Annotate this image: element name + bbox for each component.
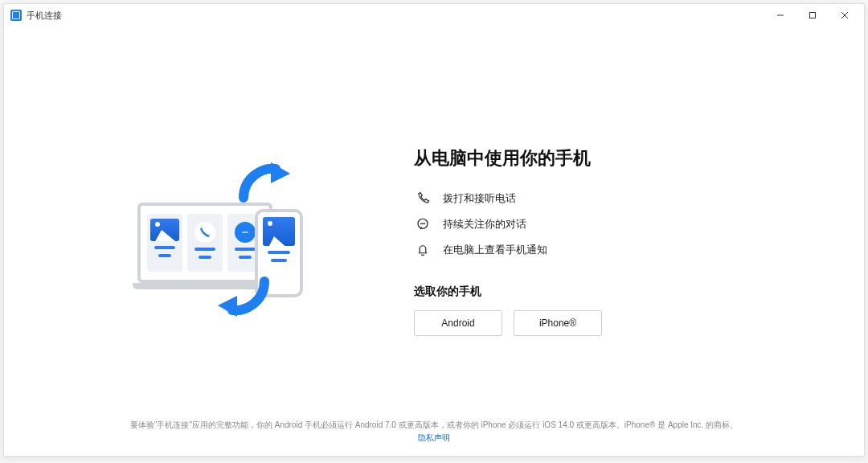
chat-icon	[414, 217, 432, 232]
feature-messages: 持续关注你的对话	[414, 217, 547, 232]
feature-label: 持续关注你的对话	[443, 217, 526, 232]
feature-calls: 拨打和接听电话	[414, 191, 547, 206]
close-button[interactable]	[829, 6, 861, 25]
svg-point-3	[247, 232, 248, 233]
sync-arrow-top-icon	[239, 162, 295, 207]
hero-illustration	[133, 169, 317, 313]
phone-icon	[414, 191, 432, 206]
main-content: 从电脑中使用你的手机 拨打和接听电话 持续关注你的对话	[4, 27, 864, 456]
app-window: 手机连接	[3, 3, 865, 457]
feature-notifications: 在电脑上查看手机通知	[414, 243, 547, 257]
headline: 从电脑中使用你的手机	[414, 146, 591, 170]
svg-rect-0	[810, 13, 816, 18]
svg-point-2	[244, 232, 246, 233]
photos-tile-icon	[147, 214, 182, 272]
android-button[interactable]: Android	[414, 310, 502, 336]
svg-point-1	[242, 232, 244, 233]
feature-label: 在电脑上查看手机通知	[443, 243, 547, 257]
svg-point-6	[423, 223, 424, 224]
laptop-illustration	[137, 203, 272, 283]
svg-point-5	[420, 223, 421, 224]
svg-point-7	[424, 223, 425, 224]
app-icon	[10, 10, 22, 21]
privacy-link[interactable]: 隐私声明	[418, 433, 450, 442]
bell-icon	[414, 243, 432, 257]
maximize-button[interactable]	[796, 6, 829, 25]
footer: 要体验"手机连接"应用的完整功能，你的 Android 手机必须运行 Andro…	[4, 419, 864, 445]
footer-disclaimer: 要体验"手机连接"应用的完整功能，你的 Android 手机必须运行 Andro…	[36, 419, 832, 432]
iphone-button[interactable]: iPhone®	[514, 310, 602, 336]
sync-arrow-bottom-icon	[213, 272, 269, 317]
minimize-button[interactable]	[764, 6, 796, 25]
feature-list: 拨打和接听电话 持续关注你的对话 在电脑上查看手机通知	[414, 191, 547, 257]
window-controls	[764, 6, 861, 25]
titlebar: 手机连接	[4, 4, 864, 27]
window-title: 手机连接	[27, 10, 62, 22]
right-panel: 从电脑中使用你的手机 拨打和接听电话 持续关注你的对话	[414, 146, 602, 336]
feature-label: 拨打和接听电话	[443, 191, 516, 206]
choose-phone-label: 选取你的手机	[414, 285, 481, 299]
phone-choice-row: Android iPhone®	[414, 310, 602, 336]
calls-tile-icon	[187, 214, 223, 272]
